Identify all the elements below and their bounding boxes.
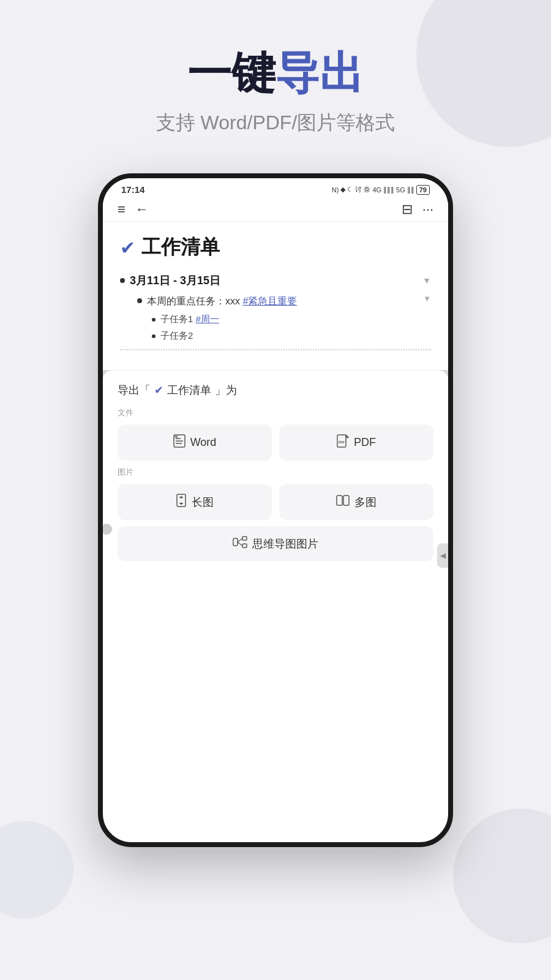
export-prefix: 导出「 xyxy=(118,383,151,398)
subtitle: 支持 Word/PDF/图片等格式 xyxy=(0,110,551,137)
pdf-icon: PDF xyxy=(337,434,349,451)
export-pdf-button[interactable]: PDF PDF xyxy=(279,424,433,461)
export-mind-map-button[interactable]: 思维导图图片 xyxy=(118,526,433,561)
word-icon: W xyxy=(173,434,186,451)
menu-icon[interactable]: ≡ xyxy=(118,203,126,216)
toolbar-left: ≡ ← xyxy=(118,203,149,216)
main-title: 一键导出 xyxy=(0,49,551,97)
toolbar-right: ⊟ ··· xyxy=(402,203,433,216)
date-chevron-icon: ▼ xyxy=(422,276,431,285)
status-bar: 17:14 N) ◆ ☾ 讨 奈 4G ‖‖‖ 5G ‖‖ 79 xyxy=(103,178,448,198)
svg-rect-14 xyxy=(233,538,238,546)
svg-line-17 xyxy=(238,538,242,542)
multi-image-icon xyxy=(336,494,350,510)
multi-image-label: 多图 xyxy=(354,495,377,510)
main-task-chevron-icon: ▼ xyxy=(423,294,431,303)
export-header: 导出「 ✔ 工作清单 」为 xyxy=(118,383,433,398)
main-task-text: 本周的重点任务：xxx #紧急且重要 xyxy=(147,294,297,309)
more-icon[interactable]: ··· xyxy=(422,203,433,216)
section-file-label: 文件 xyxy=(118,407,433,418)
note-title-row: ✔ 工作清单 xyxy=(120,234,431,261)
phone-wrapper: 17:14 N) ◆ ☾ 讨 奈 4G ‖‖‖ 5G ‖‖ 79 ≡ ← ⊟ xyxy=(0,173,551,847)
export-long-image-button[interactable]: 长图 xyxy=(118,484,272,520)
note-title: 工作清单 xyxy=(141,234,220,261)
image-buttons-row: 长图 多图 xyxy=(118,484,433,520)
main-task-bullet xyxy=(137,298,142,303)
file-buttons-row: W Word PDF xyxy=(118,424,433,461)
export-check-icon: ✔ xyxy=(154,383,163,397)
svg-line-18 xyxy=(238,542,242,546)
header-section: 一键导出 支持 Word/PDF/图片等格式 xyxy=(0,0,551,161)
back-icon[interactable]: ← xyxy=(135,203,149,216)
phone-frame: 17:14 N) ◆ ☾ 讨 奈 4G ‖‖‖ 5G ‖‖ 79 ≡ ← ⊟ xyxy=(98,173,453,847)
main-task-tag[interactable]: #紧急且重要 xyxy=(242,296,297,306)
title-part2: 导出 xyxy=(276,48,364,97)
long-image-label: 长图 xyxy=(192,495,214,510)
subtask2-bullet xyxy=(152,334,156,338)
date-bullet xyxy=(120,278,125,283)
subtask1-tag[interactable]: #周一 xyxy=(196,314,219,324)
status-time: 17:14 xyxy=(121,184,144,195)
date-section[interactable]: 3月11日 - 3月15日 ▼ xyxy=(120,273,431,288)
section-image-label: 图片 xyxy=(118,467,433,478)
left-handle-dot xyxy=(101,524,112,535)
title-part1: 一键 xyxy=(187,48,276,97)
export-note-name: 工作清单 xyxy=(167,383,211,398)
mind-map-icon xyxy=(233,536,247,551)
subtask2-item: 子任务2 xyxy=(120,330,431,342)
subtask2-text: 子任务2 xyxy=(160,330,193,342)
long-image-icon xyxy=(176,494,187,510)
side-collapse-tab[interactable]: ◀ xyxy=(437,543,448,568)
svg-text:W: W xyxy=(174,435,178,439)
note-content: ✔ 工作清单 3月11日 - 3月15日 ▼ 本周的重点任务：xxx #紧急且重… xyxy=(103,222,448,370)
subtask1-item: 子任务1 #周一 xyxy=(120,314,431,325)
svg-rect-15 xyxy=(242,537,247,540)
export-dialog: 导出「 ✔ 工作清单 」为 文件 xyxy=(103,370,448,579)
app-toolbar: ≡ ← ⊟ ··· xyxy=(103,198,448,222)
export-multi-image-button[interactable]: 多图 xyxy=(279,484,433,520)
date-text: 3月11日 - 3月15日 xyxy=(130,273,220,288)
mind-map-label: 思维导图图片 xyxy=(252,537,318,551)
status-icons: N) ◆ ☾ 讨 奈 4G ‖‖‖ 5G ‖‖ 79 xyxy=(332,185,430,195)
export-dialog-overlay: 导出「 ✔ 工作清单 」为 文件 xyxy=(103,370,448,579)
dots-separator xyxy=(120,349,431,350)
pdf-label: PDF xyxy=(354,436,376,449)
word-label: Word xyxy=(190,436,217,449)
export-word-button[interactable]: W Word xyxy=(118,424,272,461)
subtask1-bullet xyxy=(152,318,156,322)
svg-rect-16 xyxy=(242,544,247,548)
outline-icon[interactable]: ⊟ xyxy=(402,203,413,216)
svg-text:PDF: PDF xyxy=(339,440,345,444)
svg-rect-12 xyxy=(337,496,342,505)
subtask1-text: 子任务1 #周一 xyxy=(160,314,219,325)
main-task-item: 本周的重点任务：xxx #紧急且重要 ▼ xyxy=(120,294,431,309)
export-suffix: 」为 xyxy=(215,383,237,398)
svg-rect-13 xyxy=(343,496,349,505)
note-checkmark-icon: ✔ xyxy=(120,237,135,258)
